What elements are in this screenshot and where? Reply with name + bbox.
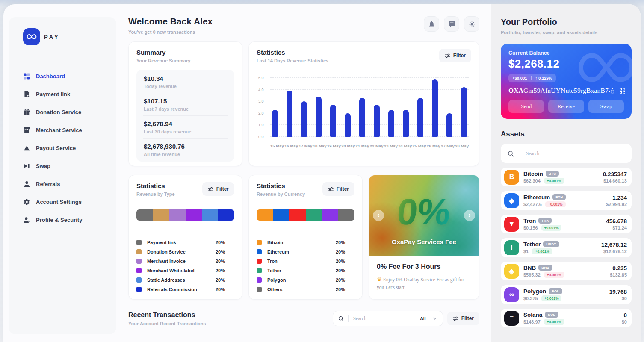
theme-button[interactable] bbox=[464, 16, 479, 32]
statistics-subtitle: Revenue by Currency bbox=[257, 192, 305, 197]
carousel-next-icon[interactable]: › bbox=[464, 210, 475, 221]
portfolio-subtitle: Portfolio, transfer, swap, and assets de… bbox=[501, 30, 632, 35]
asset-row-tron[interactable]: ▼TronTRX$0.156+0.001%456.678$71.24 bbox=[501, 215, 632, 233]
asset-row-polygon[interactable]: ∞PolygonPOL$0.375+0.001%19.768$0 bbox=[501, 285, 632, 304]
asset-row-bitcoin[interactable]: BBitcoinBTC$62,304+0.001%0.235347$14,660… bbox=[501, 168, 632, 186]
receive-button[interactable]: Receive bbox=[548, 100, 584, 113]
legend-value: 20% bbox=[336, 249, 354, 254]
chart-x-axis-labels: 15 May16 May17 May18 May19 May20 May21 M… bbox=[270, 144, 469, 148]
legend-swatch bbox=[257, 287, 262, 292]
sidebar-item-payment-link[interactable]: Payment link bbox=[15, 87, 109, 101]
asset-holdings: 0$0 bbox=[622, 312, 627, 324]
asset-holdings: 1.234$2,994.92 bbox=[606, 195, 627, 207]
carousel-prev-icon[interactable]: ‹ bbox=[373, 210, 384, 221]
sidebar-item-account-settings[interactable]: Account Settings bbox=[15, 195, 109, 209]
x-tick-label: 18 May bbox=[313, 144, 327, 148]
wallet-address: OXAGm59AfnUYNutc59rgBxanB7 bbox=[508, 87, 609, 94]
asset-name: TronTRX bbox=[523, 218, 606, 224]
infinity-watermark-icon bbox=[574, 50, 632, 87]
legend-currency: Bitcoin20%Ethereum20%Tron20%Tether20%Pol… bbox=[257, 238, 354, 294]
asset-row-tether[interactable]: TTetherUSDT$1+0.001%12,678.12$12,678.12 bbox=[501, 238, 632, 257]
asset-info: BitcoinBTC$62,304+0.001% bbox=[523, 171, 603, 184]
filter-button[interactable]: Filter bbox=[322, 182, 354, 196]
tron-icon: ▼ bbox=[504, 217, 519, 232]
sidebar-item-swap[interactable]: Swap bbox=[15, 159, 109, 173]
legend-value: 20% bbox=[216, 249, 234, 254]
recent-transactions-titles: Recent Transactions Your Account Recent … bbox=[128, 311, 206, 326]
asset-change-badge: +0.001% bbox=[544, 178, 564, 184]
revenue-by-type-head: Statistics Revenue by Type Filter bbox=[136, 182, 234, 197]
revenue-statistics-head: Statistics Last 14 Days Revenue Statisti… bbox=[257, 49, 471, 63]
legend-row: Ethereum20% bbox=[257, 247, 354, 256]
promo-banner-card[interactable]: 0% OxaPay Services Fee ‹ › 0% Fee For 3 … bbox=[369, 175, 479, 300]
chart-plot-area: 5.04.03.02.01.00.0 bbox=[270, 78, 469, 137]
x-tick-label: 26 May bbox=[427, 144, 440, 148]
stack-segment-referrals-commission bbox=[218, 209, 234, 221]
asset-fiat-value: $132.85 bbox=[610, 272, 627, 277]
bitcoin-icon: B bbox=[504, 170, 519, 185]
header-actions bbox=[424, 16, 479, 32]
filter-button[interactable]: Filter bbox=[439, 49, 471, 62]
sidebar-item-label: Account Settings bbox=[36, 199, 82, 205]
sidebar-item-label: Payment link bbox=[36, 91, 70, 97]
sidebar-item-merchant-service[interactable]: Merchant Service bbox=[15, 123, 109, 137]
send-button[interactable]: Send bbox=[508, 100, 544, 113]
summary-row: $2,678.94Last 30 days revenue bbox=[143, 116, 228, 139]
bar-17-may bbox=[301, 101, 307, 137]
asset-row-ethereum[interactable]: ◆EthereumETH$2,427.6+0.001%1.234$2,994.9… bbox=[501, 191, 632, 210]
asset-amount: 12,678.12 bbox=[601, 242, 627, 248]
bnb-icon: ◈ bbox=[504, 264, 519, 279]
brand-logo[interactable]: PAY bbox=[15, 28, 109, 45]
assets-search-input[interactable] bbox=[525, 150, 625, 156]
summary-row: $107.15Last 7 days revenue bbox=[143, 93, 228, 116]
revenue-by-currency-card: Statistics Revenue by Currency Filter Bi… bbox=[248, 175, 363, 300]
bar-25-may bbox=[417, 98, 423, 137]
sidebar-item-label: Donation Service bbox=[36, 109, 81, 115]
sidebar-item-dashboard[interactable]: Dashboard bbox=[15, 69, 109, 83]
asset-change-badge: +0.001% bbox=[544, 272, 564, 278]
revenue-statistics-card: Statistics Last 14 Days Revenue Statisti… bbox=[248, 41, 479, 166]
transactions-search-input[interactable] bbox=[352, 315, 419, 321]
filter-button[interactable]: Filter bbox=[447, 312, 479, 325]
bar-16-may bbox=[287, 91, 292, 137]
sidebar-item-payout-service[interactable]: Payout Service bbox=[15, 141, 109, 155]
statistics-subtitle: Last 14 Days Revenue Statistics bbox=[257, 58, 328, 63]
sidebar-item-label: Profile & Security bbox=[36, 217, 82, 223]
legend-swatch bbox=[136, 287, 142, 292]
swap-button[interactable]: Swap bbox=[588, 100, 624, 113]
merchant-icon bbox=[23, 127, 30, 134]
filter-label: Filter bbox=[216, 186, 229, 192]
stack-segment-static-addresses bbox=[202, 209, 218, 221]
stack-segment-tether bbox=[306, 209, 322, 221]
filter-button[interactable]: Filter bbox=[202, 182, 234, 196]
sidebar-item-referrals[interactable]: Referrals bbox=[15, 177, 109, 191]
asset-change-badge: +0.001% bbox=[541, 295, 562, 301]
filter-label: Filter bbox=[453, 53, 466, 59]
assets-search-box bbox=[501, 144, 632, 163]
legend-row: Merchant White-label20% bbox=[136, 266, 234, 275]
asset-symbol-badge: TRX bbox=[538, 218, 552, 224]
legend-swatch bbox=[136, 259, 142, 264]
legend-swatch bbox=[136, 240, 142, 245]
copy-icon[interactable] bbox=[609, 88, 615, 94]
asset-amount: 19.768 bbox=[609, 289, 627, 295]
sidebar-item-label: Referrals bbox=[36, 181, 60, 187]
asset-amount: 456.678 bbox=[606, 218, 627, 224]
asset-row-solana[interactable]: ≡SolanaSOL$143.97+0.001%0$0 bbox=[501, 309, 632, 327]
statistics-title: Statistics bbox=[257, 182, 305, 189]
transactions-scope-select[interactable]: All bbox=[419, 316, 437, 321]
x-tick-label: 22 May bbox=[370, 144, 384, 148]
asset-holdings: 0.235347$14,660.13 bbox=[603, 171, 627, 183]
qr-code-icon[interactable] bbox=[619, 88, 626, 94]
x-tick-label: 23 May bbox=[384, 144, 398, 148]
x-tick-label: 16 May bbox=[284, 144, 298, 148]
sidebar-item-profile-security[interactable]: Profile & Security bbox=[15, 213, 109, 227]
sidebar-item-donation-service[interactable]: Donation Service bbox=[15, 105, 109, 119]
bar-20-may bbox=[345, 113, 351, 137]
chat-button[interactable] bbox=[444, 16, 459, 32]
legend-label: Tron bbox=[267, 259, 336, 264]
bell-button[interactable] bbox=[424, 16, 439, 32]
asset-row-bnb[interactable]: ◈BNBBNB$565.32+0.001%0.235$132.85 bbox=[501, 262, 632, 280]
chevron-down-icon bbox=[433, 317, 437, 320]
asset-amount: 1.234 bbox=[606, 195, 627, 201]
